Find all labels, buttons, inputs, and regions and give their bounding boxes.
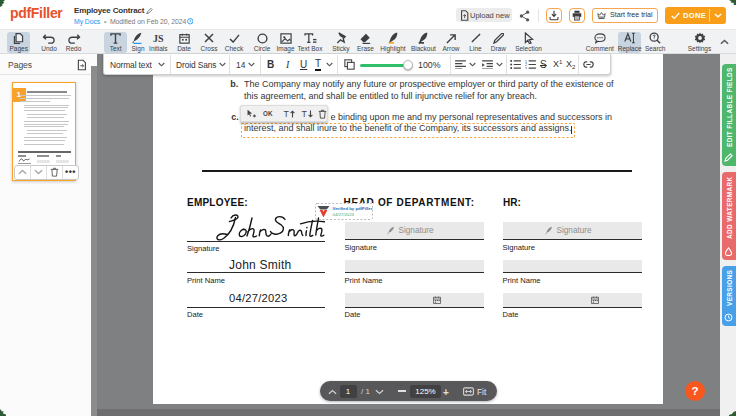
svg-text:3: 3 bbox=[525, 67, 527, 69]
